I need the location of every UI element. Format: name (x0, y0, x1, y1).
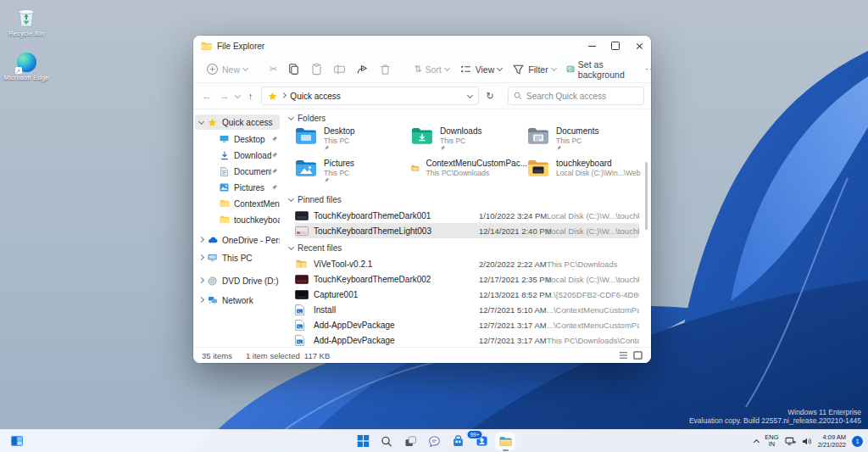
expand-chevron-icon[interactable] (198, 254, 203, 259)
scrollbar-thumb[interactable] (645, 162, 648, 230)
notification-center-badge[interactable]: 1 (852, 436, 863, 447)
sidebar-item-network[interactable]: Network (195, 293, 280, 308)
file-explorer-taskbar-button[interactable] (495, 432, 516, 451)
filter-button[interactable]: Filter (508, 60, 559, 78)
tile-name: Desktop (324, 127, 355, 137)
pin-icon (440, 145, 446, 151)
file-row-touchkeyboardthemedark002[interactable]: TouchKeyboardThemeDark002 12/17/2021 2:3… (295, 271, 639, 287)
sidebar-item-dvd-drive[interactable]: DVD Drive (D:) CCCO (195, 273, 280, 288)
recent-locations-chevron[interactable] (235, 92, 241, 98)
expand-chevron-icon[interactable] (198, 118, 203, 124)
view-button[interactable]: View (455, 60, 507, 78)
file-row-add-appdevpackage-1[interactable]: Add-AppDevPackage 12/7/2021 3:17 AM ...\… (295, 317, 639, 332)
folder-tile-contextmenucustompac[interactable]: ContextMenuCustomPac... This PC\Download… (411, 158, 527, 190)
tray-time: 4:09 AM (818, 433, 846, 441)
clock[interactable]: 4:09 AM 2/21/2022 (818, 433, 846, 449)
folder-tile-desktop[interactable]: Desktop This PC (295, 126, 411, 158)
share-button[interactable] (352, 60, 373, 78)
titlebar[interactable]: File Explorer (193, 36, 651, 56)
search-icon (381, 436, 392, 447)
sort-button[interactable]: ⇅ Sort (409, 62, 453, 77)
large-thumbnails-view-toggle-icon[interactable] (633, 351, 643, 360)
file-date: 1/10/2022 3:24 PM (479, 211, 547, 220)
expand-chevron-icon[interactable] (198, 236, 203, 242)
expand-chevron-icon[interactable] (198, 276, 203, 282)
file-row-vivetool[interactable]: ViVeTool-v0.2.1 2/20/2022 2:22 AM This P… (295, 256, 639, 271)
desktop-icon-microsoft-edge[interactable]: ↗ Microsoft Edge (3, 53, 49, 81)
sidebar-label: This PC (222, 254, 280, 263)
sidebar-item-touchkeyboard[interactable]: touchkeyboard (207, 212, 280, 227)
new-button[interactable]: New (202, 60, 252, 78)
sidebar-item-desktop[interactable]: Desktop (207, 131, 280, 147)
screenshot-thumbnail-icon (295, 290, 309, 299)
address-bar[interactable]: Quick access (261, 86, 479, 105)
expand-chevron-icon[interactable] (198, 296, 203, 302)
rename-icon (333, 63, 346, 75)
file-name: Add-AppDevPackage (314, 336, 479, 345)
section-header-pinned-files[interactable]: Pinned files (285, 193, 639, 205)
desktop-icon-recycle-bin[interactable]: Recycle Bin (3, 6, 49, 37)
up-button[interactable]: ↑ (243, 91, 257, 101)
folder-tile-pictures[interactable]: Pictures This PC (295, 158, 411, 190)
search-button[interactable] (376, 432, 398, 451)
file-name: TouchKeyboardThemeLight003 (314, 226, 479, 236)
see-more-button[interactable]: ··· (642, 62, 651, 76)
delete-button[interactable] (375, 60, 396, 78)
folder-tile-documents[interactable]: Documents This PC (527, 126, 643, 158)
desktop-icon-label: Recycle Bin (8, 30, 44, 37)
language-indicator[interactable]: ENG IN (765, 434, 778, 448)
folder-tile-touchkeyboard[interactable]: touchkeyboard Local Disk (C:)\Win...\Web (527, 158, 643, 190)
maximize-button[interactable] (604, 36, 627, 56)
minimize-button[interactable] (580, 36, 604, 56)
chat-button[interactable] (424, 432, 445, 451)
file-row-touchkeyboardthemelight003-selected[interactable]: TouchKeyboardThemeLight003 12/14/2021 2:… (295, 223, 639, 238)
back-button[interactable]: ← (200, 91, 214, 101)
microsoft-store-button[interactable] (448, 432, 469, 451)
tile-location: This PC (324, 169, 354, 178)
folder-icon (201, 42, 212, 51)
sidebar-item-contextmenucust[interactable]: ContextMenuCust (207, 196, 280, 211)
start-button[interactable] (353, 432, 374, 451)
section-header-folders[interactable]: Folders (285, 112, 639, 124)
hidden-icons-chevron[interactable] (754, 438, 760, 444)
folder-tile-downloads[interactable]: Downloads This PC (411, 126, 527, 158)
sidebar-item-pictures[interactable]: Pictures (207, 180, 280, 195)
tile-name: Downloads (440, 127, 481, 137)
network-icon[interactable] (785, 437, 796, 446)
sidebar-item-quick-access[interactable]: Quick access (195, 114, 280, 130)
widgets-button[interactable] (6, 432, 27, 451)
desktop-folder-icon (295, 127, 317, 145)
sidebar-label: OneDrive - Personal (222, 236, 280, 245)
file-row-capture001[interactable]: Capture001 12/13/2021 8:52 PM ...\{5205D… (295, 287, 639, 302)
sidebar-item-downloads[interactable]: Downloads (207, 148, 280, 163)
task-view-button[interactable] (400, 432, 421, 451)
rename-button[interactable] (329, 60, 350, 78)
sidebar-item-documents[interactable]: Documents (207, 164, 280, 179)
window-body: Quick access Desktop Downloads (193, 109, 651, 347)
forward-button[interactable]: → (218, 91, 231, 101)
widgets-icon (10, 435, 24, 447)
set-as-background-button[interactable]: Set as background (562, 57, 633, 82)
details-view-toggle-icon[interactable] (619, 351, 628, 360)
section-header-recent-files[interactable]: Recent files (285, 242, 639, 254)
sidebar-item-this-pc[interactable]: This PC (195, 250, 280, 265)
notifications-app-button[interactable]: 99+ (471, 432, 492, 451)
shortcut-arrow-icon: ↗ (15, 67, 22, 74)
sidebar-item-onedrive[interactable]: OneDrive - Personal (195, 232, 280, 248)
sidebar-label: Downloads (234, 151, 271, 160)
network-icon (207, 295, 218, 306)
search-input[interactable] (526, 92, 638, 101)
paste-button[interactable] (306, 60, 327, 78)
cut-button[interactable]: ✂ (265, 62, 281, 76)
close-button[interactable] (627, 36, 651, 56)
file-row-touchkeyboardthemedark001[interactable]: TouchKeyboardThemeDark001 1/10/2022 3:24… (295, 208, 639, 223)
file-row-install[interactable]: Install 12/7/2021 5:10 AM ...\ContextMen… (295, 302, 639, 317)
file-row-add-appdevpackage-2[interactable]: Add-AppDevPackage 12/7/2021 3:17 AM This… (295, 332, 639, 347)
copy-button[interactable] (283, 60, 304, 78)
search-box[interactable] (508, 86, 644, 105)
address-dropdown-chevron[interactable] (467, 92, 473, 98)
sidebar-label: touchkeyboard (234, 215, 280, 225)
volume-icon[interactable] (802, 437, 812, 446)
vertical-scrollbar[interactable] (645, 113, 648, 342)
refresh-button[interactable]: ↻ (483, 91, 497, 102)
